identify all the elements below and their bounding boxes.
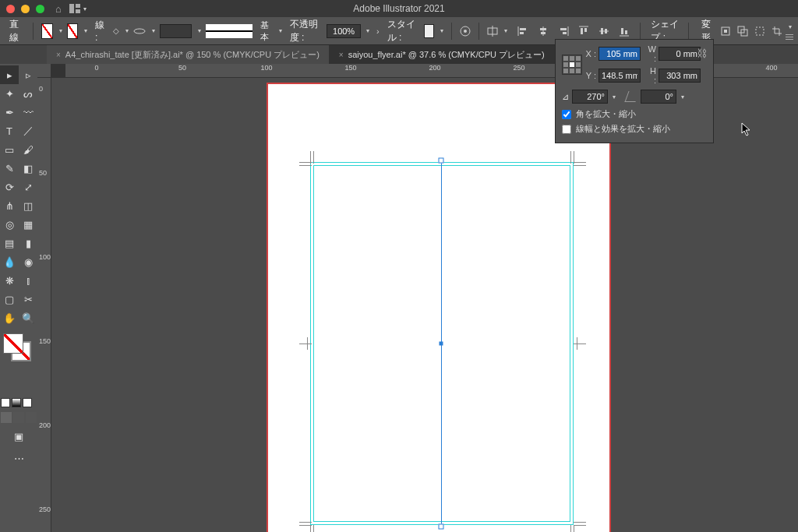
graphic-style-swatch[interactable] — [424, 24, 434, 38]
artboard-tool[interactable]: ▢ — [0, 290, 19, 308]
opacity-panel-chevron[interactable]: › — [376, 26, 380, 36]
curvature-tool[interactable]: 〰 — [19, 103, 37, 122]
clip-mask-icon[interactable] — [736, 23, 750, 39]
rotate-input[interactable] — [572, 90, 608, 104]
align-top-icon[interactable] — [576, 23, 591, 39]
selection-handle-top[interactable] — [439, 158, 444, 164]
align-v-center-icon[interactable] — [596, 23, 612, 39]
close-tab-icon[interactable]: × — [56, 51, 61, 59]
y-input[interactable] — [598, 69, 641, 83]
shape-builder-tool[interactable]: ◎ — [0, 215, 19, 234]
symbol-sprayer-tool[interactable]: ❋ — [0, 271, 19, 290]
draw-normal-icon[interactable] — [1, 412, 12, 423]
canvas[interactable] — [51, 78, 798, 532]
reference-point-selector[interactable] — [562, 55, 582, 75]
blend-tool[interactable]: ◉ — [19, 252, 37, 271]
titlebar: ⌂ ▾ Adobe Illustrator 2021 — [0, 0, 798, 17]
gradient-tool[interactable]: ▮ — [19, 234, 37, 252]
fill-swatch[interactable] — [41, 23, 52, 39]
slice-tool[interactable]: ✂ — [19, 290, 37, 308]
x-label: X : — [585, 49, 596, 58]
svg-rect-9 — [520, 28, 526, 30]
lasso-tool[interactable]: ᔕ — [19, 84, 37, 103]
checkbox-input[interactable] — [562, 125, 571, 134]
opacity-label: 不透明度 : — [287, 18, 323, 44]
align-h-center-icon[interactable] — [535, 23, 551, 39]
rectangle-tool[interactable]: ▭ — [0, 140, 19, 159]
color-mode-icon[interactable] — [1, 398, 10, 407]
minimize-window-button[interactable] — [21, 5, 30, 13]
fill-stroke-control[interactable] — [0, 332, 37, 363]
zoom-window-button[interactable] — [36, 5, 44, 13]
paintbrush-tool[interactable]: 🖌 — [19, 140, 37, 159]
eraser-tool[interactable]: ◧ — [19, 159, 37, 178]
selection-tool[interactable]: ▸ — [0, 65, 19, 84]
edit-toolbar-icon[interactable]: ⋯ — [9, 449, 28, 467]
constrain-link-icon[interactable]: ⛓ — [697, 48, 707, 59]
vertical-ruler[interactable]: 0 50 100 150 200 250 — [37, 78, 51, 532]
rotate-icon: ⊿ — [562, 92, 569, 102]
shaper-tool[interactable]: ✎ — [0, 159, 19, 178]
free-transform-tool[interactable]: ◫ — [19, 196, 37, 215]
close-window-button[interactable] — [6, 5, 15, 13]
pen-tool[interactable]: ✒ — [0, 103, 19, 122]
zoom-tool[interactable]: 🔍 — [19, 308, 37, 327]
line-tool[interactable]: ／ — [19, 122, 37, 140]
opacity-input[interactable] — [327, 24, 361, 38]
isolate-icon[interactable] — [719, 23, 733, 39]
rotate-tool[interactable]: ⟳ — [0, 178, 19, 196]
recolor-icon[interactable] — [460, 23, 471, 39]
svg-rect-22 — [605, 29, 607, 33]
edit-clip-icon[interactable] — [753, 23, 767, 39]
document-tab[interactable]: × saiyou_flyer.ai* @ 37.6 % (CMYK/CPU プレ… — [330, 45, 555, 64]
draw-behind-icon[interactable] — [13, 412, 24, 423]
control-menu-icon[interactable] — [786, 34, 793, 40]
align-right-icon[interactable] — [556, 23, 571, 39]
gradient-mode-icon[interactable] — [12, 398, 21, 407]
selection-handle-bottom[interactable] — [439, 524, 444, 530]
w-input[interactable] — [659, 47, 701, 61]
checkbox-input[interactable] — [562, 110, 571, 119]
anchor-point-center[interactable] — [440, 342, 443, 346]
eyedropper-tool[interactable]: 💧 — [0, 252, 19, 271]
scale-corners-checkbox[interactable]: 角を拡大・縮小 — [562, 108, 707, 120]
crop-icon[interactable] — [770, 23, 784, 39]
perspective-tool[interactable]: ▦ — [19, 215, 37, 234]
variable-width-profile-icon[interactable] — [133, 23, 146, 39]
ruler-tick: 0 — [94, 64, 98, 72]
draw-inside-icon[interactable] — [26, 412, 37, 423]
home-icon[interactable]: ⌂ — [55, 3, 62, 15]
svg-rect-24 — [621, 28, 623, 34]
crop-mark — [313, 525, 314, 532]
close-tab-icon[interactable]: × — [339, 51, 344, 59]
align-bottom-icon[interactable] — [616, 23, 632, 39]
svg-rect-15 — [560, 28, 567, 30]
svg-rect-12 — [540, 28, 546, 30]
brush-definition[interactable] — [160, 24, 192, 38]
direct-selection-tool[interactable]: ▹ — [19, 65, 37, 84]
magic-wand-tool[interactable]: ✦ — [0, 84, 19, 103]
x-input[interactable] — [598, 47, 641, 61]
h-input[interactable] — [659, 69, 701, 83]
scale-tool[interactable]: ⤢ — [19, 178, 37, 196]
align-to-icon[interactable] — [487, 23, 498, 39]
screen-mode-icon[interactable]: ▣ — [9, 427, 28, 446]
mesh-tool[interactable]: ▤ — [0, 234, 19, 252]
none-mode-icon[interactable] — [23, 398, 32, 407]
crop-mark — [574, 525, 586, 526]
width-tool[interactable]: ⋔ — [0, 196, 19, 215]
document-tab[interactable]: × A4_chirashi_tate [更新済み].ai* @ 150 % (C… — [47, 45, 330, 64]
brush-preview[interactable] — [206, 24, 252, 38]
type-tool[interactable]: T — [0, 122, 19, 140]
stroke-weight-stepper[interactable]: ◇ — [113, 26, 119, 35]
crop-mark — [570, 151, 571, 164]
scale-strokes-checkbox[interactable]: 線幅と効果を拡大・縮小 — [562, 123, 707, 135]
ruler-origin[interactable] — [37, 64, 51, 78]
arrange-documents-icon[interactable]: ▾ — [69, 4, 87, 13]
hand-tool[interactable]: ✋ — [0, 308, 19, 327]
graph-tool[interactable]: ⫿ — [19, 271, 37, 290]
shear-input[interactable] — [641, 90, 676, 104]
align-left-icon[interactable] — [515, 23, 531, 39]
ruler-tick: 50 — [39, 169, 47, 177]
stroke-swatch[interactable] — [67, 23, 78, 39]
